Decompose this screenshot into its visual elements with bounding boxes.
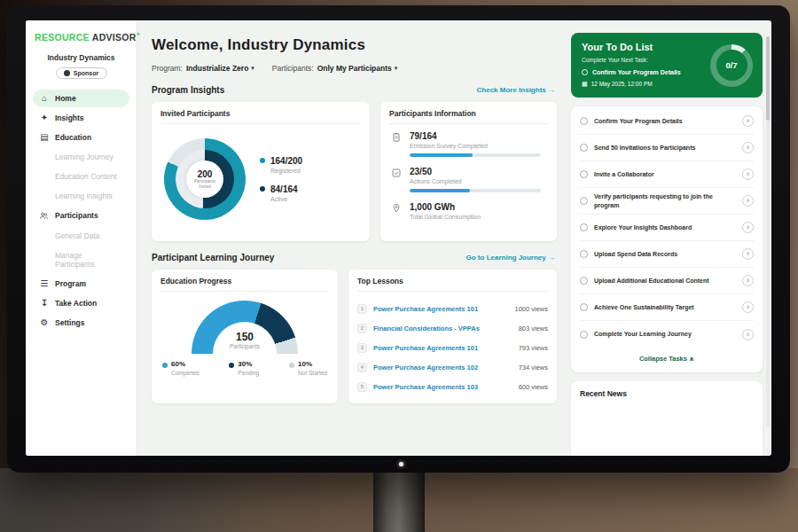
rank-badge: 5 — [357, 382, 367, 392]
book-icon: ▤ — [39, 133, 50, 142]
participants-label: Participants: — [272, 64, 314, 73]
legend-value: 30% — [238, 361, 259, 369]
nav-label: Program — [55, 279, 86, 288]
sidebar-item-insights[interactable]: ✦ Insights — [33, 109, 129, 127]
task-row-upload-spend-data[interactable]: Upload Spend Data Records › — [580, 241, 754, 268]
sidebar-item-program[interactable]: ☰ Program — [33, 275, 129, 293]
link-label: Go to Learning Journey — [466, 254, 546, 262]
sidebar-item-learning-insights[interactable]: Learning Insights — [33, 187, 129, 205]
lesson-link[interactable]: Power Purchase Agreements 102 — [373, 364, 512, 372]
sidebar-item-education-content[interactable]: Education Content — [33, 168, 129, 185]
donut-center-value: 200 — [198, 169, 213, 179]
legend-value: 60% — [171, 361, 199, 369]
task-row-invite-collaborator[interactable]: Invite a Collaborator › — [580, 161, 754, 188]
sidebar-item-manage-participants[interactable]: Manage Participants — [33, 246, 129, 273]
sponsor-badge[interactable]: Sponsor — [56, 67, 107, 79]
chevron-right-icon[interactable]: › — [742, 142, 754, 153]
gear-icon: ⚙ — [39, 318, 50, 327]
checkbox-icon[interactable] — [580, 331, 588, 339]
checkbox-icon[interactable] — [580, 170, 588, 178]
chevron-right-icon[interactable]: › — [742, 329, 754, 340]
task-row-verify-participants[interactable]: Verify participants requesting to join t… — [580, 188, 754, 215]
sponsor-icon — [64, 70, 70, 76]
participants-dropdown[interactable]: Participants: Only My Participants ▾ — [272, 64, 397, 73]
sidebar-item-general-data[interactable]: General Data — [33, 227, 129, 245]
next-task-row[interactable]: Confirm Your Program Details — [582, 69, 713, 75]
task-row-explore-insights[interactable]: Explore Your Insights Dashboard › — [580, 215, 754, 241]
chevron-right-icon[interactable]: › — [742, 168, 754, 180]
task-label: Invite a Collaborator — [594, 170, 736, 178]
checkbox-icon[interactable] — [580, 117, 588, 125]
info-row-emission-survey: 79/164 Emission Survey Completed — [391, 131, 548, 157]
legend-label: Pending — [238, 370, 259, 376]
checkbox-icon[interactable] — [580, 144, 588, 152]
lesson-row: 3 Power Purchase Agreements 101 793 view… — [357, 338, 548, 357]
task-label: Achieve One Sustainability Target — [594, 303, 736, 311]
lesson-views: 803 views — [519, 325, 548, 332]
collapse-tasks-link[interactable]: Collapse Tasks ∧ — [580, 348, 754, 371]
task-row-complete-learning-journey[interactable]: Complete Your Learning Journey › — [580, 321, 754, 348]
donut-legend: 164/200 Registered 84/164 Active — [260, 156, 302, 202]
legend-value: 164/200 — [270, 156, 302, 166]
legend-item-active: 84/164 Active — [260, 184, 302, 202]
app-logo: RESOURCE ADVISOR+ — [33, 31, 129, 43]
chevron-right-icon[interactable]: › — [742, 115, 754, 127]
sidebar-item-home[interactable]: ⌂ Home — [33, 90, 129, 107]
checkbox-icon[interactable] — [580, 277, 588, 285]
task-row-confirm-program[interactable]: Confirm Your Program Details › — [580, 108, 754, 135]
go-to-learning-journey-link[interactable]: Go to Learning Journey → — [466, 254, 555, 262]
sidebar-item-learning-journey[interactable]: Learning Journey — [33, 148, 129, 166]
checkbox-icon[interactable] — [580, 197, 588, 205]
task-row-achieve-target[interactable]: Achieve One Sustainability Target › — [580, 294, 754, 321]
lesson-link[interactable]: Power Purchase Agreements 103 — [373, 383, 512, 391]
task-label: Upload Additional Educational Content — [594, 277, 736, 285]
nav-label: Insights — [55, 113, 84, 122]
nav-label: Participants — [55, 211, 98, 220]
scrollbar[interactable] — [766, 36, 770, 426]
checkbox-icon[interactable] — [580, 303, 588, 311]
chevron-right-icon[interactable]: › — [742, 301, 754, 313]
chevron-right-icon[interactable]: › — [742, 222, 754, 233]
info-label: Actions Completed — [410, 178, 541, 184]
lesson-link[interactable]: Financial Considerations - VPPAs — [373, 325, 512, 332]
scrollbar-thumb[interactable] — [766, 36, 770, 121]
task-label: Send 50 Invitations to Participants — [594, 144, 736, 152]
task-label: Confirm Your Program Details — [594, 117, 736, 125]
checkbox-icon[interactable] — [580, 223, 588, 231]
logo-advisor: ADVISOR — [92, 32, 137, 43]
task-row-send-invitations[interactable]: Send 50 Invitations to Participants › — [580, 135, 754, 161]
chevron-right-icon[interactable]: › — [742, 195, 754, 207]
task-row-upload-educational-content[interactable]: Upload Additional Educational Content › — [580, 268, 754, 294]
calendar-icon: ▦ — [582, 81, 588, 87]
sidebar-item-participants[interactable]: Participants — [33, 207, 129, 225]
nav-label: Manage Participants — [55, 251, 123, 269]
sidebar-item-education[interactable]: ▤ Education — [33, 129, 129, 146]
legend-value: 84/164 — [270, 184, 298, 194]
due-date-label: 12 May 2025, 12:00 PM — [591, 81, 653, 87]
list-icon: ☰ — [39, 279, 50, 288]
actions-progress-bar — [410, 189, 541, 192]
checkbox-icon[interactable] — [582, 69, 588, 75]
lesson-link[interactable]: Power Purchase Agreements 101 — [373, 305, 508, 313]
lesson-views: 793 views — [519, 344, 548, 352]
todo-task-list: Confirm Your Program Details › Send 50 I… — [571, 106, 763, 372]
info-value: 23/50 — [410, 167, 541, 176]
sidebar-item-settings[interactable]: ⚙ Settings — [33, 314, 129, 332]
gray-dot-icon — [289, 363, 294, 368]
lesson-row: 5 Power Purchase Agreements 103 600 view… — [357, 377, 548, 396]
check-more-insights-link[interactable]: Check More Insights → — [477, 86, 555, 94]
lesson-link[interactable]: Power Purchase Agreements 101 — [373, 344, 512, 352]
survey-icon — [391, 131, 403, 143]
card-title: Invited Participants — [160, 109, 361, 124]
sidebar-item-take-action[interactable]: ↧ Take Action — [33, 294, 129, 312]
rank-badge: 2 — [357, 324, 367, 333]
chevron-right-icon[interactable]: › — [742, 248, 754, 260]
gauge-center: 150 Participants — [160, 331, 329, 349]
checkbox-icon[interactable] — [580, 250, 588, 258]
org-name: Industry Dynamics — [33, 53, 129, 62]
nav-label: Learning Insights — [55, 192, 113, 200]
chevron-right-icon[interactable]: › — [742, 275, 754, 286]
program-dropdown[interactable]: Program: Industrialize Zero ▾ — [152, 64, 254, 73]
chevron-up-icon: ∧ — [689, 355, 694, 363]
chevron-down-icon: ▾ — [251, 65, 254, 72]
